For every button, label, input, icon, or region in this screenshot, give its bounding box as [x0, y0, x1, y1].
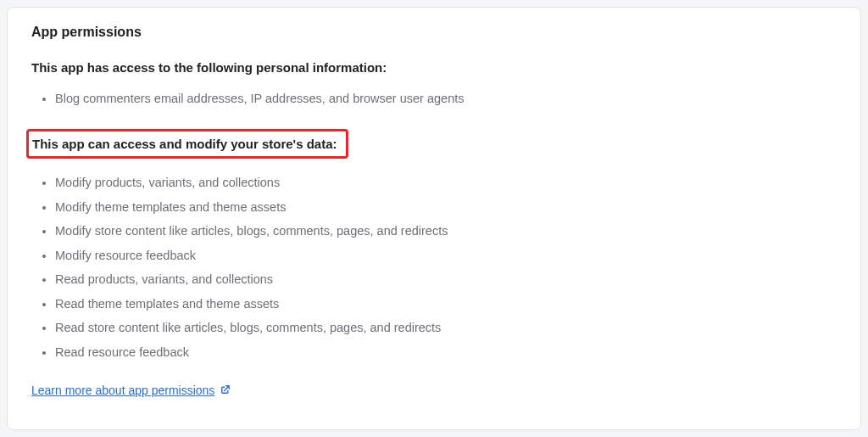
store-data-heading-wrapper: This app can access and modify your stor… — [31, 129, 837, 159]
learn-more-label: Learn more about app permissions — [31, 384, 214, 397]
list-item: Read theme templates and theme assets — [55, 292, 837, 316]
personal-info-list: Blog commenters email addresses, IP addr… — [31, 87, 837, 110]
store-data-heading: This app can access and modify your stor… — [26, 129, 348, 159]
card-title: App permissions — [31, 25, 837, 40]
app-permissions-card: App permissions This app has access to t… — [7, 7, 861, 430]
personal-info-heading: This app has access to the following per… — [31, 60, 837, 75]
list-item: Read products, variants, and collections — [55, 267, 837, 291]
list-item: Modify theme templates and theme assets — [55, 195, 837, 219]
list-item: Blog commenters email addresses, IP addr… — [55, 87, 837, 110]
list-item: Modify products, variants, and collectio… — [55, 171, 837, 194]
learn-more-link[interactable]: Learn more about app permissions — [31, 384, 231, 398]
list-item: Modify store content like articles, blog… — [55, 219, 837, 243]
external-link-icon — [220, 384, 231, 398]
store-data-list: Modify products, variants, and collectio… — [31, 171, 837, 364]
list-item: Read resource feedback — [55, 340, 837, 364]
list-item: Modify resource feedback — [55, 244, 837, 267]
list-item: Read store content like articles, blogs,… — [55, 316, 837, 339]
